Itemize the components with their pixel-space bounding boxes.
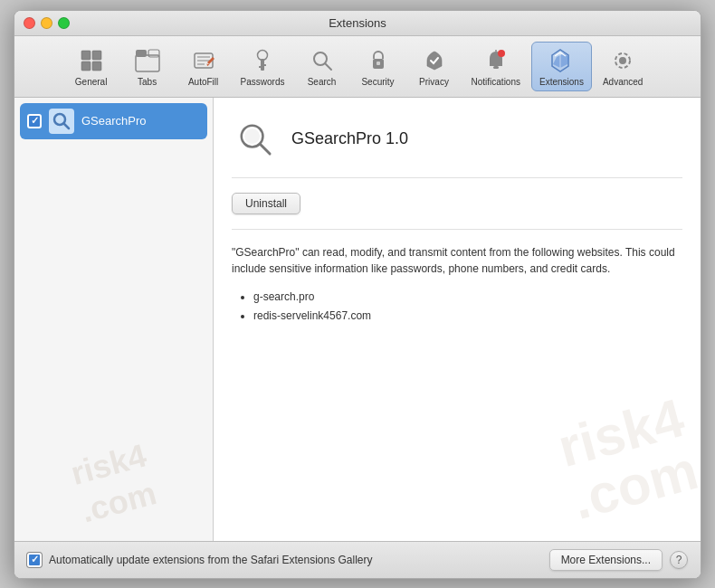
extensions-label: Extensions (539, 77, 584, 87)
passwords-icon (248, 46, 277, 75)
preferences-window: Extensions General (14, 10, 701, 579)
passwords-label: Passwords (241, 77, 285, 87)
general-icon (77, 46, 106, 75)
svg-point-23 (619, 57, 626, 64)
sidebar-item-gsearchpro[interactable]: GSearchPro (20, 103, 207, 139)
search-label: Search (308, 77, 337, 87)
svg-rect-0 (81, 51, 91, 60)
sidebar: GSearchPro risk4.com (14, 98, 214, 541)
privacy-icon (420, 46, 449, 75)
toolbar-item-tabs[interactable]: Tabs (121, 43, 174, 90)
extension-description: "GSearchPro" can read, modify, and trans… (232, 244, 682, 277)
svg-rect-18 (377, 62, 380, 65)
svg-point-29 (244, 128, 260, 144)
minimize-button[interactable] (41, 17, 52, 29)
autofill-label: AutoFill (188, 77, 218, 87)
tabs-label: Tabs (138, 77, 157, 87)
auto-update-checkbox[interactable] (27, 553, 42, 567)
svg-rect-13 (259, 66, 262, 68)
more-extensions-button[interactable]: More Extensions... (549, 549, 663, 571)
close-button[interactable] (24, 17, 35, 29)
maximize-button[interactable] (58, 17, 70, 29)
tabs-icon (133, 46, 162, 75)
extension-icon (232, 116, 279, 163)
svg-point-21 (498, 50, 505, 57)
toolbar-item-security[interactable]: Security (352, 43, 405, 90)
footer: Automatically update extensions from the… (14, 541, 701, 578)
sidebar-item-icon (49, 109, 74, 134)
security-label: Security (361, 77, 394, 87)
permission-item-2: redis-servelink4567.com (253, 307, 682, 327)
toolbar-item-notifications[interactable]: Notifications (464, 43, 528, 90)
notifications-label: Notifications (472, 77, 520, 87)
svg-rect-14 (263, 64, 266, 66)
svg-rect-2 (81, 62, 91, 71)
toolbar-item-privacy[interactable]: Privacy (408, 43, 461, 90)
window-controls (24, 17, 70, 29)
uninstall-button[interactable]: Uninstall (232, 193, 300, 214)
permission-item-1: g-search.pro (253, 288, 682, 308)
uninstall-section: Uninstall (232, 193, 682, 230)
extension-name: GSearchPro 1.0 (291, 129, 408, 148)
auto-update-label: Automatically update extensions from the… (49, 554, 373, 566)
permissions-list: g-search.pro redis-servelink4567.com (232, 288, 682, 327)
svg-rect-6 (148, 50, 159, 57)
toolbar-item-search[interactable]: Search (296, 43, 348, 90)
general-label: General (75, 77, 108, 87)
advanced-icon (608, 46, 637, 75)
search-toolbar-icon (308, 46, 337, 75)
svg-point-11 (258, 50, 268, 60)
advanced-label: Advanced (603, 77, 643, 87)
toolbar-item-advanced[interactable]: Advanced (596, 43, 650, 90)
help-button[interactable]: ? (670, 551, 688, 569)
sidebar-item-label: GSearchPro (81, 114, 147, 128)
toolbar-item-extensions[interactable]: Extensions (531, 42, 592, 91)
svg-rect-5 (136, 50, 147, 57)
window-title: Extensions (329, 16, 386, 30)
toolbar: General Tabs (14, 36, 701, 98)
toolbar-item-autofill[interactable]: AutoFill (177, 43, 230, 90)
svg-line-26 (64, 123, 70, 128)
notifications-icon (481, 46, 510, 75)
autofill-icon (189, 46, 218, 75)
content-area: GSearchPro risk4.com risk4.com (14, 98, 701, 541)
privacy-label: Privacy (419, 77, 449, 87)
toolbar-item-general[interactable]: General (65, 43, 118, 90)
svg-rect-19 (493, 66, 499, 69)
main-panel: risk4.com GSearchPro 1.0 Uninstall "GSea (214, 98, 701, 541)
footer-left: Automatically update extensions from the… (27, 553, 373, 567)
toolbar-item-passwords[interactable]: Passwords (234, 43, 292, 90)
titlebar: Extensions (14, 11, 701, 36)
svg-rect-1 (92, 51, 101, 60)
extensions-icon (547, 46, 576, 75)
svg-line-16 (325, 63, 331, 70)
extension-header: GSearchPro 1.0 (232, 116, 682, 178)
extension-checkbox[interactable] (27, 114, 42, 128)
svg-line-28 (260, 144, 270, 154)
security-icon (364, 46, 393, 75)
sidebar-watermark: risk4.com (16, 422, 211, 541)
main-watermark: risk4.com (553, 390, 701, 527)
footer-right: More Extensions... ? (549, 549, 688, 571)
svg-rect-4 (136, 55, 159, 71)
svg-rect-3 (92, 62, 101, 71)
